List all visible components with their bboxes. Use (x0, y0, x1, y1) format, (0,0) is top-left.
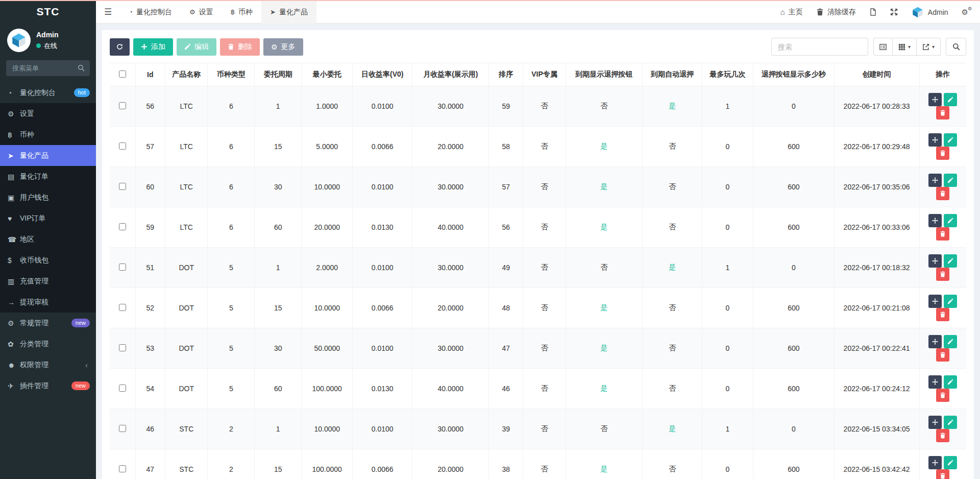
fullscreen-button[interactable] (884, 1, 904, 23)
column-header-产品名称[interactable]: 产品名称 (165, 63, 208, 86)
toggle-show_refund_btn[interactable]: 是 (600, 142, 607, 150)
more-button[interactable]: ⚙ 更多 (263, 38, 303, 56)
toggle-vip[interactable]: 否 (541, 102, 548, 110)
toggle-auto_refund[interactable]: 否 (669, 344, 676, 352)
row-checkbox[interactable] (119, 183, 126, 190)
row-delete-button[interactable] (936, 469, 949, 479)
hamburger-icon[interactable]: ☰ (96, 7, 120, 17)
row-edit-button[interactable] (944, 174, 957, 187)
toggle-vip[interactable]: 否 (541, 142, 548, 150)
sidebar-item-量化控制台[interactable]: ◔量化控制台hot (0, 82, 96, 103)
row-delete-button[interactable] (936, 147, 949, 160)
home-link[interactable]: ⌂ 主页 (774, 1, 810, 23)
row-delete-button[interactable] (936, 187, 949, 200)
row-checkbox[interactable] (119, 425, 126, 432)
search-button[interactable] (946, 38, 966, 56)
row-edit-button[interactable] (944, 375, 957, 389)
select-all-checkbox[interactable] (119, 70, 126, 78)
toggle-show_refund_btn[interactable]: 否 (600, 102, 607, 110)
column-header-最小委托[interactable]: 最小委托 (302, 63, 353, 86)
drag-move-button[interactable] (928, 254, 942, 268)
toggle-vip[interactable]: 否 (541, 465, 548, 473)
drag-move-button[interactable] (928, 214, 942, 227)
delete-button[interactable]: 删除 (220, 38, 260, 56)
tab-币种[interactable]: ฿币种 (222, 1, 261, 23)
row-checkbox[interactable] (119, 385, 126, 392)
toggle-show_refund_btn[interactable]: 是 (600, 344, 607, 352)
row-delete-button[interactable] (936, 308, 949, 321)
row-delete-button[interactable] (936, 348, 949, 362)
row-checkbox[interactable] (119, 465, 126, 472)
tab-量化控制台[interactable]: ◔量化控制台 (120, 1, 181, 23)
tab-设置[interactable]: ⚙设置 (181, 1, 222, 23)
sidebar-item-用户钱包[interactable]: ▣用户钱包 (0, 187, 96, 208)
column-header-退押按钮显示多少秒[interactable]: 退押按钮显示多少秒 (753, 63, 835, 86)
toggle-show_refund_btn[interactable]: 否 (600, 424, 607, 433)
toggle-vip[interactable]: 否 (541, 303, 548, 312)
toggle-show_refund_btn[interactable]: 是 (600, 223, 607, 231)
column-header-日收益率(V0)[interactable]: 日收益率(V0) (353, 63, 412, 86)
table-search-input[interactable] (771, 38, 868, 56)
column-header-到期显示退押按钮[interactable]: 到期显示退押按钮 (566, 63, 642, 86)
toggle-show_refund_btn[interactable]: 否 (600, 263, 607, 271)
toggle-vip[interactable]: 否 (541, 384, 548, 392)
column-header-到期自动退押[interactable]: 到期自动退押 (642, 63, 702, 86)
row-edit-button[interactable] (944, 295, 957, 308)
toggle-auto_refund[interactable]: 否 (669, 465, 676, 473)
toggle-auto_refund[interactable]: 否 (669, 182, 676, 190)
row-edit-button[interactable] (944, 456, 957, 469)
sidebar-item-VIP订单[interactable]: ♥VIP订单 (0, 208, 96, 229)
sidebar-item-设置[interactable]: ⚙设置 (0, 103, 96, 124)
sidebar-item-权限管理[interactable]: ☻权限管理‹ (0, 354, 96, 375)
sidebar-item-常规管理[interactable]: ⚙常规管理new (0, 313, 96, 333)
refresh-button[interactable] (110, 38, 130, 56)
row-edit-button[interactable] (944, 254, 957, 268)
row-edit-button[interactable] (944, 93, 957, 106)
toggle-show_refund_btn[interactable]: 是 (600, 182, 607, 190)
sidebar-item-地区[interactable]: ☎地区 (0, 229, 96, 250)
row-edit-button[interactable] (944, 416, 957, 429)
sidebar-item-量化产品[interactable]: ➤量化产品 (0, 145, 96, 166)
column-header-委托周期[interactable]: 委托周期 (255, 63, 302, 86)
drag-move-button[interactable] (928, 375, 942, 389)
row-checkbox[interactable] (119, 264, 126, 271)
sidebar-item-币种[interactable]: ฿币种 (0, 124, 96, 145)
row-edit-button[interactable] (944, 133, 957, 147)
toggle-vip[interactable]: 否 (541, 223, 548, 231)
row-checkbox[interactable] (119, 142, 126, 150)
drag-move-button[interactable] (928, 174, 942, 187)
row-checkbox[interactable] (119, 304, 126, 311)
toggle-show_refund_btn[interactable]: 是 (600, 303, 607, 312)
toggle-auto_refund[interactable]: 是 (669, 424, 676, 433)
column-header-VIP专属[interactable]: VIP专属 (523, 63, 566, 86)
clear-cache-link[interactable]: 清除缓存 (810, 1, 863, 23)
tab-量化产品[interactable]: ➤量化产品 (261, 1, 316, 23)
row-edit-button[interactable] (944, 214, 957, 227)
drag-move-button[interactable] (928, 133, 942, 147)
column-header-操作[interactable]: 操作 (919, 63, 966, 86)
export-button[interactable]: ▾ (917, 38, 941, 56)
row-checkbox[interactable] (119, 102, 126, 109)
edit-button[interactable]: 编辑 (177, 38, 216, 56)
docs-button[interactable] (863, 1, 884, 23)
toggle-show_refund_btn[interactable]: 是 (600, 465, 607, 473)
avatar[interactable] (7, 29, 31, 52)
column-header-排序[interactable]: 排序 (489, 63, 523, 86)
user-menu[interactable]: Admin (904, 1, 955, 23)
row-edit-button[interactable] (944, 335, 957, 348)
column-header-最多玩几次[interactable]: 最多玩几次 (702, 63, 753, 86)
toggle-auto_refund[interactable]: 是 (669, 263, 676, 271)
row-delete-button[interactable] (936, 106, 949, 119)
toggle-auto_refund[interactable]: 否 (669, 142, 676, 150)
column-header-月收益率(展示用)[interactable]: 月收益率(展示用) (412, 63, 489, 86)
column-header-Id[interactable]: Id (135, 63, 165, 86)
row-delete-button[interactable] (936, 227, 949, 241)
drag-move-button[interactable] (928, 93, 942, 106)
drag-move-button[interactable] (928, 456, 942, 469)
select-all-header[interactable] (110, 63, 135, 86)
toggle-auto_refund[interactable]: 是 (669, 102, 676, 110)
drag-move-button[interactable] (928, 416, 942, 429)
row-checkbox[interactable] (119, 223, 126, 230)
sidebar-item-收币钱包[interactable]: $收币钱包 (0, 250, 96, 271)
toggle-show_refund_btn[interactable]: 是 (600, 384, 607, 392)
